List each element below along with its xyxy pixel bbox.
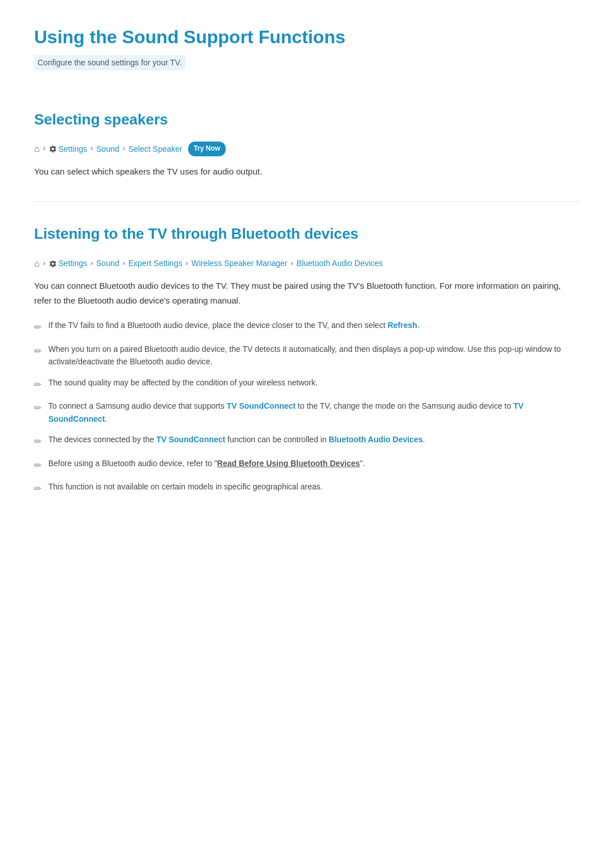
pencil-icon-7: ✏ (34, 481, 42, 496)
note-text-3: The sound quality may be affected by the… (48, 376, 318, 389)
breadcrumb-sound-1: Sound (96, 143, 119, 155)
note-text-5: The devices connected by the TV SoundCon… (48, 433, 425, 446)
page-subtitle: Configure the sound settings for your TV… (34, 55, 580, 90)
read-before-link[interactable]: Read Before Using Bluetooth Devices (217, 459, 360, 468)
breadcrumb-selecting-speakers: ⌂ › Settings › Sound › Select Speaker Tr… (34, 142, 580, 156)
home-icon: ⌂ (34, 142, 40, 156)
selecting-speakers-desc: You can select which speakers the TV use… (34, 164, 580, 179)
note-item: ✏ If the TV fails to find a Bluetooth au… (34, 319, 580, 335)
note-item: ✏ This function is not available on cert… (34, 480, 580, 496)
breadcrumb-settings-icon: Settings (49, 143, 88, 155)
breadcrumb-select-speaker: Select Speaker (128, 143, 182, 155)
note-item: ✏ When you turn on a paired Bluetooth au… (34, 343, 580, 368)
pencil-icon-6: ✏ (34, 458, 42, 473)
breadcrumb-sound-2: Sound (96, 257, 119, 269)
breadcrumb-settings-icon-2: Settings (49, 257, 88, 269)
bluetooth-audio-devices-link[interactable]: Bluetooth Audio Devices (329, 435, 422, 444)
page-title: Using the Sound Support Functions (34, 23, 580, 52)
note-text-6: Before using a Bluetooth audio device, r… (48, 457, 365, 470)
notes-list: ✏ If the TV fails to find a Bluetooth au… (34, 319, 580, 496)
breadcrumb-settings-label-2: Settings (59, 257, 88, 269)
section-title-selecting-speakers: Selecting speakers (34, 108, 580, 132)
note-text-4: To connect a Samsung audio device that s… (48, 400, 580, 425)
section-bluetooth-devices: Listening to the TV through Bluetooth de… (34, 222, 580, 496)
breadcrumb-settings-label: Settings (59, 143, 88, 155)
breadcrumb-expert-settings: Expert Settings (128, 257, 182, 269)
pencil-icon-5: ✏ (34, 434, 42, 449)
try-now-badge[interactable]: Try Now (188, 142, 226, 156)
tv-soundconnect-link-1[interactable]: TV SoundConnect (227, 401, 296, 410)
note-item: ✏ The devices connected by the TV SoundC… (34, 433, 580, 449)
pencil-icon-1: ✏ (34, 320, 42, 335)
section-title-bluetooth: Listening to the TV through Bluetooth de… (34, 222, 580, 246)
note-text-7: This function is not available on certai… (48, 480, 323, 493)
bluetooth-desc: You can connect Bluetooth audio devices … (34, 279, 580, 308)
pencil-icon-4: ✏ (34, 401, 42, 416)
breadcrumb-bluetooth: ⌂ › Settings › Sound › Expert Settings ›… (34, 256, 580, 271)
breadcrumb-bluetooth-audio-devices: Bluetooth Audio Devices (297, 257, 383, 269)
note-item: ✏ Before using a Bluetooth audio device,… (34, 457, 580, 473)
home-icon-2: ⌂ (34, 256, 40, 271)
note-text-1: If the TV fails to find a Bluetooth audi… (48, 319, 420, 331)
pencil-icon-2: ✏ (34, 344, 42, 359)
note-item: ✏ To connect a Samsung audio device that… (34, 400, 580, 425)
note-item: ✏ The sound quality may be affected by t… (34, 376, 580, 392)
pencil-icon-3: ✏ (34, 377, 42, 392)
section-divider (34, 201, 580, 202)
tv-soundconnect-link-3[interactable]: TV SoundConnect (156, 435, 225, 444)
refresh-link[interactable]: Refresh (388, 321, 417, 330)
breadcrumb-wireless-speaker-manager: Wireless Speaker Manager (192, 257, 288, 269)
section-selecting-speakers: Selecting speakers ⌂ › Settings › Sound … (34, 108, 580, 179)
note-text-2: When you turn on a paired Bluetooth audi… (48, 343, 580, 368)
